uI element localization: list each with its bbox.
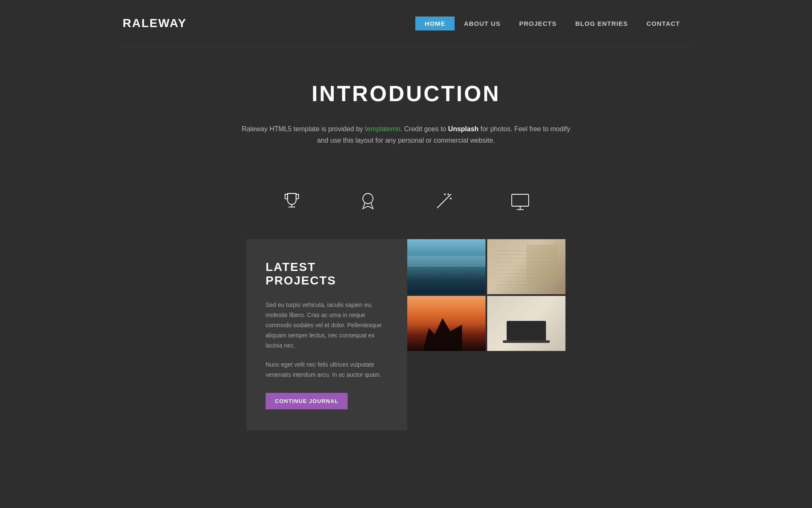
intro-text-part1: Raleway HTML5 template is provided by	[241, 125, 365, 133]
svg-point-2	[363, 193, 373, 204]
project-image-sunset	[407, 296, 486, 351]
nav-about-us[interactable]: ABOUT US	[455, 17, 510, 30]
nav-contact[interactable]: CONTACT	[637, 17, 689, 30]
intro-text-line2: and use this layout for any personal or …	[317, 137, 495, 144]
navigation: HOME ABOUT US PROJECTS BLOG ENTRIES CONT…	[415, 17, 689, 30]
svg-line-3	[437, 197, 448, 208]
projects-desc-2: Nunc eget velit nec felis ultrices vulpu…	[266, 360, 388, 380]
projects-desc-1: Sed eu turpis vehicula, iaculis sapien e…	[266, 300, 388, 351]
icons-row	[0, 171, 812, 239]
logo: RALEWAY	[123, 17, 187, 30]
projects-section: LATEST PROJECTS Sed eu turpis vehicula, …	[0, 239, 812, 431]
intro-title: INTRODUCTION	[169, 81, 643, 106]
project-image-laptop	[487, 296, 565, 351]
project-image-map	[487, 239, 565, 294]
image-row-bottom	[407, 296, 565, 351]
project-image-mountain	[407, 239, 486, 294]
magic-icon	[431, 188, 457, 214]
continue-journal-button[interactable]: CONTINUE JOURNAL	[266, 393, 348, 409]
templatemo-link[interactable]: templatemo	[365, 125, 401, 133]
svg-rect-11	[512, 194, 529, 206]
nav-projects[interactable]: PROJECTS	[510, 17, 566, 30]
intro-text: Raleway HTML5 template is provided by te…	[169, 123, 643, 146]
image-grid	[407, 239, 565, 431]
monitor-icon	[508, 188, 533, 214]
projects-title: LATEST PROJECTS	[266, 260, 388, 287]
unsplash-link[interactable]: Unsplash	[448, 125, 479, 133]
intro-text-part2: . Credit goes to	[401, 125, 448, 133]
header: RALEWAY HOME ABOUT US PROJECTS BLOG ENTR…	[0, 0, 812, 47]
intro-text-part3: for photos. Feel free to modify	[479, 125, 571, 133]
nav-blog-entries[interactable]: BLOG ENTRIES	[566, 17, 637, 30]
nav-home[interactable]: HOME	[415, 17, 455, 30]
award-icon	[355, 188, 381, 214]
trophy-icon	[279, 188, 304, 214]
intro-section: INTRODUCTION Raleway HTML5 template is p…	[0, 47, 812, 171]
image-row-top	[407, 239, 565, 294]
projects-card: LATEST PROJECTS Sed eu turpis vehicula, …	[247, 239, 407, 431]
